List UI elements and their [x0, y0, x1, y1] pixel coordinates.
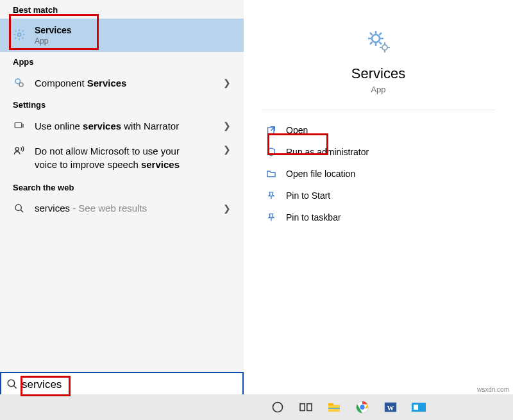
result-narrator-services[interactable]: Use online services with Narrator ❯ [0, 113, 244, 138]
narrator-suffix: with Narrator [121, 121, 179, 131]
svg-line-6 [21, 210, 23, 212]
action-pin-taskbar[interactable]: Pin to taskbar [262, 206, 495, 228]
narrator-prefix: Use online [35, 121, 83, 131]
svg-point-0 [18, 33, 21, 36]
details-panel: Services App Open Run as administrator [244, 0, 513, 385]
action-pin-taskbar-label: Pin to taskbar [286, 212, 341, 223]
svg-line-11 [13, 385, 17, 389]
svg-point-12 [273, 403, 283, 412]
hero-subtitle: App [244, 85, 513, 94]
action-run-admin[interactable]: Run as administrator [262, 141, 495, 163]
svg-rect-23 [414, 405, 418, 410]
svg-rect-14 [307, 404, 312, 411]
action-open[interactable]: Open [262, 119, 495, 141]
result-web-services[interactable]: services - See web results ❯ [0, 196, 244, 220]
search-icon [13, 203, 26, 214]
services-gear-icon [13, 28, 26, 43]
chevron-right-icon: ❯ [223, 78, 231, 88]
speech-line1: Do not allow Microsoft to use your [35, 144, 214, 158]
component-services-icon [13, 77, 26, 88]
file-explorer-icon[interactable] [326, 399, 342, 416]
narrator-icon [13, 120, 26, 131]
best-match-subtitle: App [35, 37, 72, 46]
svg-point-7 [372, 35, 380, 42]
web-term: services [35, 203, 70, 214]
section-best-match: Best match [0, 0, 244, 19]
svg-point-19 [360, 405, 364, 409]
open-icon [265, 124, 277, 136]
chevron-right-icon: ❯ [223, 203, 231, 214]
search-icon [6, 378, 18, 392]
best-match-title: Services [35, 25, 72, 35]
chrome-icon[interactable] [354, 399, 371, 416]
word-icon[interactable]: W [382, 399, 399, 416]
svg-point-2 [19, 83, 23, 87]
task-view-icon[interactable] [298, 399, 314, 416]
watermark: wsxdn.com [477, 386, 509, 393]
action-pin-start-label: Pin to Start [286, 190, 330, 201]
speech-line2-bold: services [141, 159, 180, 170]
action-pin-start[interactable]: Pin to Start [262, 185, 495, 206]
svg-rect-16 [328, 403, 333, 406]
svg-text:W: W [387, 404, 394, 412]
svg-rect-13 [300, 404, 305, 411]
services-app-icon [363, 26, 394, 56]
narrator-bold: services [83, 121, 121, 131]
svg-point-8 [382, 45, 387, 50]
search-bar[interactable] [0, 372, 244, 398]
section-search-web: Search the web [0, 178, 244, 196]
section-settings: Settings [0, 95, 244, 113]
shield-icon [265, 146, 277, 158]
pin-icon [265, 190, 277, 201]
section-apps: Apps [0, 52, 244, 71]
search-input[interactable] [22, 378, 237, 391]
search-results-panel: Best match Services App Apps Component S… [0, 0, 244, 385]
web-suffix: - See web results [70, 203, 147, 214]
svg-point-5 [15, 205, 21, 210]
taskbar: W [0, 394, 513, 420]
chevron-right-icon: ❯ [223, 121, 231, 131]
hero-title: Services [244, 65, 513, 82]
pin-icon [265, 212, 277, 223]
cortana-icon[interactable] [269, 399, 286, 416]
speech-icon [13, 144, 26, 156]
component-bold: Services [87, 78, 127, 88]
svg-point-10 [8, 380, 15, 387]
result-component-services[interactable]: Component Services ❯ [0, 71, 244, 95]
action-open-location-label: Open file location [286, 169, 355, 179]
action-open-location[interactable]: Open file location [262, 163, 495, 185]
folder-icon [265, 168, 277, 180]
action-open-label: Open [286, 125, 308, 135]
svg-rect-3 [15, 123, 22, 128]
svg-rect-17 [328, 408, 340, 409]
divider [262, 110, 495, 110]
speech-line2-prefix: voice to improve speech [35, 159, 141, 170]
component-prefix: Component [35, 78, 87, 88]
action-run-admin-label: Run as administrator [286, 147, 369, 157]
result-speech-services[interactable]: Do not allow Microsoft to use your voice… [0, 138, 244, 178]
svg-point-4 [15, 147, 19, 151]
app-icon[interactable] [410, 399, 427, 416]
chevron-right-icon: ❯ [223, 144, 231, 155]
best-match-result[interactable]: Services App [0, 19, 244, 52]
